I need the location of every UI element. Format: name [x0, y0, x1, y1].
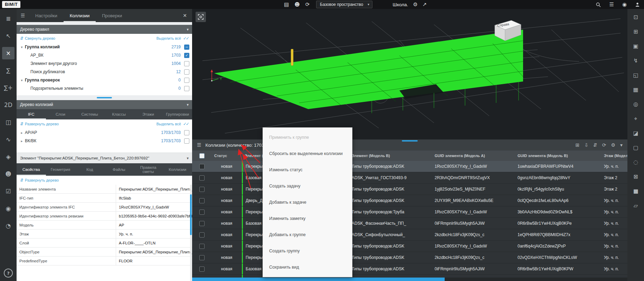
column-header[interactable]: Статус	[211, 154, 242, 158]
model-tree-icon[interactable]: ≣	[2, 12, 15, 25]
settings-gear-icon[interactable]: ⚙	[413, 1, 417, 8]
property-row[interactable]: Название элементаПерекрытие:ADSK_Перекры…	[17, 185, 192, 194]
horizontal-scrollbar[interactable]	[192, 278, 627, 281]
focus-target-icon[interactable]: ◎	[630, 99, 641, 109]
rules-tree-header[interactable]: Дерево правил ▾	[17, 25, 192, 34]
explode-view-icon[interactable]: ▱	[630, 200, 641, 211]
table-row[interactable]: новаяПерекрытие:ADSK_ПерекрытиеТипы труб…	[192, 184, 627, 195]
property-row[interactable]: МодельАР	[17, 221, 192, 230]
chevron-down-icon[interactable]: ▾	[187, 156, 189, 161]
remove-selection-icon[interactable]: ⊠	[630, 171, 641, 182]
scrollbar-thumb[interactable]	[192, 278, 445, 281]
property-row[interactable]: PredefinedTypeFLOOR	[17, 256, 192, 265]
checkbox[interactable]	[184, 69, 189, 75]
selection-frame-icon[interactable]: ▢	[630, 142, 641, 153]
section-plane-icon[interactable]: ◪	[630, 128, 641, 138]
select-tool-icon[interactable]: ↖	[2, 30, 15, 42]
checkbox[interactable]	[184, 61, 189, 66]
column-header[interactable]: Элемент (Модель B)	[349, 154, 432, 158]
tab-layers[interactable]: Слои	[46, 109, 75, 119]
table-row[interactable]: новаяБазовая стена:ADSK_СтенаТипы трубоп…	[192, 263, 627, 275]
tasks-tool-icon[interactable]: ☑	[2, 185, 15, 197]
table-row[interactable]: новаяПерекрытие:ADSK_Перекрытие_Плита_Бе…	[192, 206, 627, 218]
row-checkbox[interactable]	[199, 221, 205, 226]
table-row[interactable]: новаяПерекрытие:ADSK_Перекрытие_Плита_Бе…	[192, 241, 627, 252]
2d-view-icon[interactable]: 2D	[2, 99, 15, 111]
tab-classes[interactable]: Классы	[104, 109, 134, 119]
grid-view-icon[interactable]: ▦	[630, 84, 641, 95]
pipe-element[interactable]	[291, 49, 293, 66]
expand-properties-link[interactable]: Развернуть дерево	[25, 178, 59, 182]
home-view-button[interactable]	[196, 12, 206, 22]
checkbox[interactable]	[184, 86, 189, 91]
tab-groupings[interactable]: Группировки	[163, 109, 192, 119]
context-menu-item[interactable]: Сохранить вид	[263, 259, 352, 275]
tree-row[interactable]: ▸ВК/ВК1703/1703	[17, 137, 192, 145]
double-check-icon[interactable]: ✓✓	[183, 122, 189, 126]
tree-row[interactable]: Поиск дубликатов12	[17, 68, 192, 76]
collaboration-tool-icon[interactable]: ☻	[2, 168, 15, 180]
schema-tool-icon[interactable]: ◫	[2, 116, 15, 128]
tab-element-collisions[interactable]: Коллизии	[163, 163, 192, 176]
tree-row[interactable]: АР_ВК1703✓	[17, 51, 192, 59]
checkbox[interactable]: ✓	[184, 53, 189, 58]
tab-estimate-rules[interactable]: Правила сметы	[134, 163, 163, 176]
account-globe-icon[interactable]: ◉	[622, 1, 627, 8]
row-checkbox[interactable]	[199, 175, 205, 181]
select-all-link[interactable]: Выделить всё	[157, 122, 181, 126]
expander-icon[interactable]: ▾	[19, 45, 25, 49]
plugins-tool-icon[interactable]: ◈	[2, 151, 15, 163]
table-row[interactable]: новаяПерекрытие:ADSK_ПерекрытиеТипы труб…	[192, 252, 627, 263]
screenshot-icon[interactable]: ▣	[630, 41, 641, 51]
table-menu-icon[interactable]: ☰	[197, 142, 201, 148]
select-all-checkbox[interactable]	[199, 153, 205, 158]
property-row[interactable]: IFC-типIfcSlab	[17, 194, 192, 203]
context-menu-item[interactable]: Изменить заметку	[263, 211, 352, 227]
collapse-tree-link[interactable]: Свернуть дерево	[25, 36, 55, 40]
row-checkbox[interactable]	[199, 210, 205, 215]
tree-row[interactable]: ▾Группа коллизий2719−	[17, 43, 192, 51]
projects-icon[interactable]: ▤	[284, 1, 289, 8]
zoom-window-icon[interactable]: ⊞	[630, 26, 641, 37]
sum-tool-icon[interactable]: ∑	[2, 64, 15, 77]
table-resize-handle[interactable]	[402, 140, 418, 142]
row-checkbox[interactable]	[199, 187, 205, 192]
column-header[interactable]: GUID элемента (Модель B)	[515, 154, 601, 158]
position-icon[interactable]: ⌖	[630, 113, 641, 124]
context-menu-item[interactable]: Изменить статус	[263, 162, 352, 178]
solid-mode-icon[interactable]: ■	[630, 186, 641, 196]
tree-row[interactable]: Элемент внутри другого1004	[17, 59, 192, 68]
workspace-selector[interactable]: Базовое пространство ▾	[316, 1, 372, 8]
help-icon[interactable]: ?	[4, 269, 13, 278]
checkbox[interactable]: −	[184, 45, 189, 50]
panel-splitter-handle[interactable]	[17, 95, 192, 100]
table-row[interactable]: новаяПерекрытие:ADSK_Перекрытие_Плита_Бе…	[192, 161, 627, 172]
tab-code[interactable]: Код	[75, 163, 104, 176]
fit-view-icon[interactable]: ⊡	[630, 12, 641, 22]
property-row[interactable]: Идентификатор элемента ревизииb1205953-9…	[17, 212, 192, 221]
share-icon[interactable]: ↗	[423, 1, 427, 8]
sort-icon[interactable]: ⇵	[593, 142, 597, 148]
close-panel-icon[interactable]: ✕	[178, 9, 192, 22]
expand-tree-icon[interactable]: ⇵	[20, 122, 23, 126]
property-row[interactable]: ObjectTypeПерекрытие:ADSK_Перекрытие_Пли…	[17, 248, 192, 256]
row-checkbox[interactable]	[199, 267, 205, 272]
collapse-tree-icon[interactable]: ⇵	[20, 36, 23, 41]
tab-properties[interactable]: Свойства	[17, 163, 46, 176]
expand-tree-icon[interactable]: ⇵	[20, 178, 23, 183]
chevron-down-icon[interactable]: ▾	[187, 27, 189, 32]
tab-systems[interactable]: Системы	[75, 109, 104, 119]
users-admin-tool-icon[interactable]: ◉	[2, 202, 15, 215]
context-menu-item[interactable]: Сбросить все выделенные коллизии	[263, 145, 352, 162]
table-row[interactable]: новаяБазовая стена:ADSK_СтенаADSK_Унитаз…	[192, 172, 627, 184]
clip-box-icon[interactable]: ◱	[630, 70, 641, 80]
tab-files[interactable]: Файлы	[104, 163, 134, 176]
table-row[interactable]: новаяПерекрытие:ADSK_ПерекрытиеADSK_Сифо…	[192, 229, 627, 241]
hidden-elements-icon[interactable]: ◌	[630, 157, 641, 167]
context-menu-item[interactable]: Создать задачу	[263, 178, 352, 194]
row-checkbox[interactable]	[199, 164, 205, 169]
tab-floors[interactable]: Этажи	[134, 109, 163, 119]
table-row[interactable]: новаяПерекрытие:ADSK_ПерекрытиеНасадка_H…	[192, 275, 627, 278]
table-row[interactable]: новаяДверь_Двупольная_ADSKТипы трубопров…	[192, 195, 627, 206]
checkbox[interactable]	[184, 78, 189, 83]
